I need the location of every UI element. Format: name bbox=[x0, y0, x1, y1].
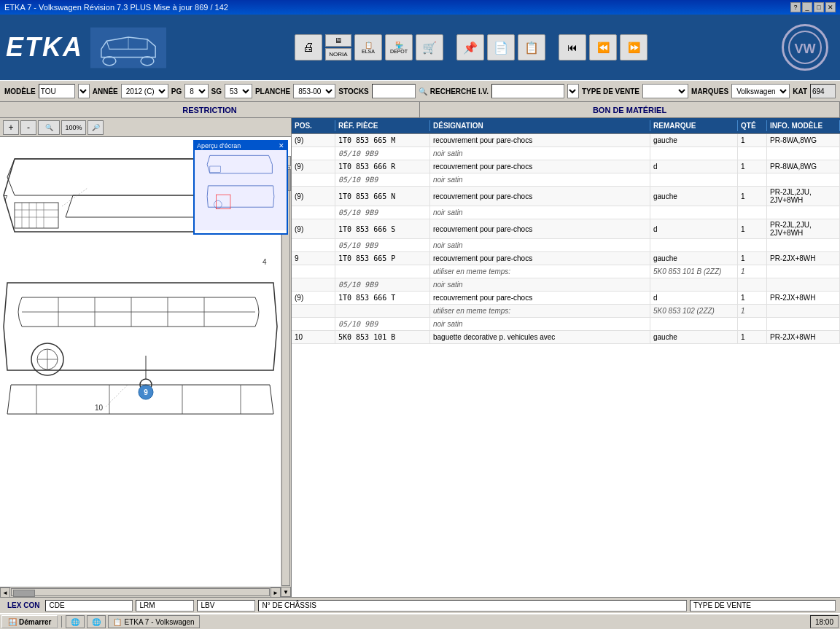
td-info bbox=[767, 239, 840, 251]
svg-text:VW: VW bbox=[795, 42, 816, 56]
scroll-left-arrow[interactable]: ◄ bbox=[0, 587, 10, 597]
td-remarque bbox=[650, 239, 738, 251]
cde-label: CDE bbox=[49, 601, 64, 609]
recherche-input[interactable] bbox=[491, 84, 564, 98]
annee-select[interactable]: 2012 (C) bbox=[121, 84, 168, 98]
restriction-tab[interactable]: RESTRICTION bbox=[0, 102, 420, 117]
paste-btn[interactable]: 📋 bbox=[518, 34, 545, 60]
td-ref: 1T0 853 666 R bbox=[335, 160, 430, 173]
monitor-btn[interactable]: 🖥 bbox=[325, 34, 351, 47]
scroll-down-arrow[interactable]: ▼ bbox=[281, 587, 291, 597]
svg-text:4: 4 bbox=[262, 258, 267, 266]
table-row[interactable]: (9)1T0 853 665 Mrecouvrement pour pare-c… bbox=[292, 134, 840, 147]
stocks-label: STOCKS bbox=[338, 87, 369, 95]
titlebar-controls[interactable]: ? _ □ ✕ bbox=[790, 2, 836, 12]
zoom-in-btn[interactable]: + bbox=[3, 120, 19, 135]
vw-logo-area: VW bbox=[776, 22, 834, 73]
close-btn[interactable]: ✕ bbox=[825, 2, 836, 12]
pin-btn[interactable]: 📌 bbox=[456, 34, 484, 60]
ie-btn[interactable]: 🌐 bbox=[66, 615, 85, 628]
start-button[interactable]: 🪟 Démarrer bbox=[1, 615, 58, 628]
td-qte bbox=[738, 318, 767, 330]
bottombar: LEX CON CDE LRM LBV N° DE CHÂSSIS TYPE D… bbox=[0, 597, 840, 613]
table-row[interactable]: 05/10 9B9noir satin bbox=[292, 173, 840, 187]
td-qte: 1 bbox=[738, 252, 767, 265]
chassis-label: N° DE CHÂSSIS bbox=[262, 601, 316, 609]
elsa-btn[interactable]: 📋ELSA bbox=[354, 34, 382, 60]
td-remarque: d bbox=[650, 219, 738, 238]
type-vente-label: TYPE DE VENTE bbox=[582, 87, 639, 95]
ie2-btn[interactable]: 🌐 bbox=[87, 615, 106, 628]
chassis-field[interactable]: N° DE CHÂSSIS bbox=[258, 600, 687, 612]
table-row[interactable]: 05/10 9B9noir satin bbox=[292, 147, 840, 160]
marques-select[interactable]: Volkswagen bbox=[731, 84, 790, 98]
preview-close-btn[interactable]: ✕ bbox=[279, 142, 284, 149]
th-designation: DÉSIGNATION bbox=[430, 120, 650, 131]
td-designation: noir satin bbox=[430, 147, 650, 160]
depot-btn[interactable]: 🏪DEPOT bbox=[385, 34, 413, 60]
noria-btn[interactable]: NORIA bbox=[325, 48, 351, 60]
td-ref: 05/10 9B9 bbox=[335, 278, 430, 291]
prev-btn[interactable]: ⏪ bbox=[589, 34, 617, 60]
stocks-input[interactable] bbox=[372, 84, 416, 98]
th-pos: POS. bbox=[292, 120, 335, 131]
lrm-field[interactable]: LRM bbox=[136, 600, 194, 612]
scroll-right-arrow[interactable]: ► bbox=[271, 587, 281, 597]
etka-logo: ETKA bbox=[6, 32, 83, 63]
help-btn[interactable]: ? bbox=[790, 2, 801, 12]
td-ref: 5K0 853 101 B bbox=[335, 331, 430, 343]
zoom-out-btn[interactable]: - bbox=[20, 120, 36, 135]
td-remarque: gauche bbox=[650, 134, 738, 146]
td-designation: noir satin bbox=[430, 206, 650, 219]
modele-select[interactable]: ▼ bbox=[78, 84, 90, 98]
table-row[interactable]: 91T0 853 665 Precouvrement pour pare-cho… bbox=[292, 252, 840, 265]
table-row[interactable]: utiliser en meme temps:5K0 853 101 B (2Z… bbox=[292, 265, 840, 278]
maximize-btn[interactable]: □ bbox=[814, 2, 824, 12]
td-ref: 1T0 853 665 M bbox=[335, 134, 430, 146]
table-row[interactable]: 05/10 9B9noir satin bbox=[292, 318, 840, 331]
next-btn[interactable]: ⏩ bbox=[620, 34, 648, 60]
type-vente-field[interactable]: TYPE DE VENTE bbox=[690, 600, 836, 612]
table-body: (9)1T0 853 665 Mrecouvrement pour pare-c… bbox=[292, 134, 840, 597]
table-row[interactable]: (9)1T0 853 666 Srecouvrement pour pare-c… bbox=[292, 219, 840, 239]
marques-label: MARQUES bbox=[691, 87, 728, 95]
td-pos bbox=[292, 318, 335, 330]
table-row[interactable]: 05/10 9B9noir satin bbox=[292, 239, 840, 252]
table-row[interactable]: (9)1T0 853 665 Nrecouvrement pour pare-c… bbox=[292, 187, 840, 206]
table-row[interactable]: (9)1T0 853 666 Trecouvrement pour pare-c… bbox=[292, 292, 840, 305]
stocks-search-icon[interactable]: 🔍 bbox=[419, 87, 427, 95]
logo-area: ETKA bbox=[6, 20, 166, 75]
zoom-fit-btn[interactable]: 🔍 bbox=[38, 120, 60, 135]
minimize-btn[interactable]: _ bbox=[802, 2, 812, 12]
table-row[interactable]: 105K0 853 101 Bbaguette decorative p. ve… bbox=[292, 331, 840, 344]
modele-input[interactable] bbox=[39, 84, 75, 98]
bon-materiel-tab[interactable]: BON DE MATÉRIEL bbox=[420, 102, 840, 117]
table-row[interactable]: 05/10 9B9noir satin bbox=[292, 206, 840, 219]
first-btn[interactable]: ⏮ bbox=[559, 34, 586, 60]
recherche-select[interactable]: ▼ bbox=[567, 84, 579, 98]
lbv-field[interactable]: LBV bbox=[197, 600, 255, 612]
car-image bbox=[90, 20, 166, 75]
table-row[interactable]: utiliser en meme temps:5K0 853 102 (2ZZ)… bbox=[292, 305, 840, 318]
td-info bbox=[767, 206, 840, 219]
cart-btn[interactable]: 🛒 bbox=[416, 34, 443, 60]
table-row[interactable]: (9)1T0 853 666 Rrecouvrement pour pare-c… bbox=[292, 160, 840, 173]
td-info: PR-2JX+8WH bbox=[767, 252, 840, 265]
sg-select[interactable]: 53 bbox=[225, 84, 252, 98]
cde-field[interactable]: CDE bbox=[45, 600, 133, 612]
preview-title-text: Aperçu d'écran bbox=[197, 142, 241, 149]
zoom-100-btn[interactable]: 100% bbox=[61, 120, 86, 135]
copy-btn[interactable]: 📄 bbox=[487, 34, 515, 60]
td-pos: (9) bbox=[292, 219, 335, 238]
diagram-area: 7 4 bbox=[0, 137, 291, 597]
pg-select[interactable]: 8 bbox=[184, 84, 208, 98]
etka-task-btn[interactable]: 📋 ETKA 7 - Volkswagen bbox=[108, 615, 199, 628]
print-btn[interactable]: 🖨 bbox=[295, 34, 322, 60]
zoom-region-btn[interactable]: 🔎 bbox=[88, 120, 104, 135]
svg-line-20 bbox=[62, 188, 88, 206]
type-vente-select[interactable] bbox=[642, 84, 688, 98]
table-row[interactable]: 05/10 9B9noir satin bbox=[292, 278, 840, 292]
planche-select[interactable]: 853-00 bbox=[293, 84, 335, 98]
td-remarque: gauche bbox=[650, 252, 738, 265]
planche-label: PLANCHE bbox=[255, 87, 290, 95]
